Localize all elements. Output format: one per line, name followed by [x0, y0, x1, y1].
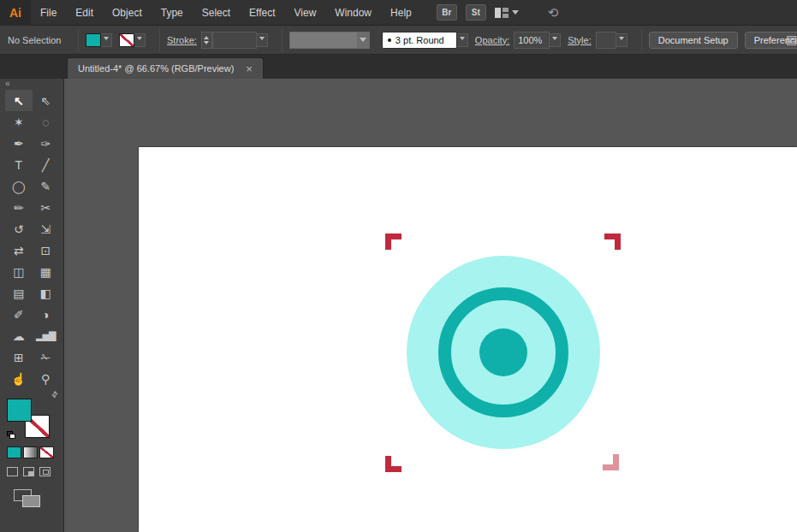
brush-dropdown-button[interactable]	[457, 33, 468, 47]
color-gradient-none-row	[7, 446, 54, 458]
opacity-dropdown-button[interactable]	[550, 33, 561, 47]
fill-dropdown-button[interactable]	[101, 33, 112, 47]
tool-scale[interactable]: ⇲	[33, 218, 60, 239]
tool-pencil[interactable]: ✏	[5, 197, 33, 218]
color-button[interactable]	[7, 446, 21, 458]
tool-scissors[interactable]: ✂	[33, 197, 60, 218]
document-setup-button[interactable]: Document Setup	[649, 32, 738, 49]
tool-column-graph[interactable]: ▂▅▇	[33, 325, 60, 346]
tool-type[interactable]: T	[5, 154, 33, 175]
document-tab-strip: Untitled-4* @ 66.67% (RGB/Preview) ×	[0, 55, 797, 79]
stroke-weight-dropdown-button[interactable]	[257, 33, 268, 47]
artboard[interactable]	[139, 147, 797, 532]
tool-pen[interactable]: ✒	[5, 133, 33, 154]
tool-perspective-grid[interactable]: ▦	[33, 261, 60, 282]
app-logo: Ai	[0, 0, 31, 26]
width-profile-dropdown[interactable]	[289, 32, 370, 49]
divider	[641, 29, 642, 51]
tool-paintbrush[interactable]: ✎	[33, 175, 60, 197]
stroke-weight-label[interactable]: Stroke:	[167, 35, 197, 45]
crop-mark-bottom-left[interactable]	[385, 456, 401, 472]
tool-symbol-sprayer[interactable]: ☁	[5, 325, 33, 346]
screen-mode-icon-front	[22, 495, 40, 507]
menu-edit[interactable]: Edit	[66, 0, 103, 26]
tool-slice[interactable]: ✁	[33, 346, 60, 368]
panel-overflow-icon[interactable]: ▤	[786, 33, 797, 46]
crop-mark-top-left[interactable]	[385, 233, 401, 250]
stroke-color-swatch[interactable]	[119, 33, 134, 47]
tool-direct-selection[interactable]: ⇖	[33, 90, 60, 111]
tool-free-transform[interactable]: ⊡	[33, 239, 60, 261]
tool-width[interactable]: ⇄	[5, 239, 33, 261]
draw-behind-button[interactable]	[23, 467, 34, 476]
swap-fill-stroke-icon[interactable]: ⇄	[50, 389, 60, 399]
stroke-dropdown-button[interactable]	[134, 33, 146, 47]
stroke-weight-combo[interactable]	[212, 32, 257, 49]
tool-mesh[interactable]: ▤	[5, 282, 33, 304]
tool-lasso[interactable]: ◌	[33, 111, 60, 133]
style-combo[interactable]	[596, 32, 616, 49]
opacity-value-field[interactable]: 100%	[514, 32, 550, 49]
brush-definition-dropdown[interactable]: 3 pt. Round	[382, 32, 457, 49]
tool-rotate[interactable]: ↺	[5, 218, 33, 239]
width-profile-arrow[interactable]	[357, 33, 369, 48]
menu-object[interactable]: Object	[103, 0, 152, 26]
menu-type[interactable]: Type	[152, 0, 193, 26]
tool-curvature[interactable]: ✑	[33, 133, 60, 154]
gradient-button[interactable]	[23, 446, 38, 458]
draw-inside-button[interactable]	[39, 467, 51, 476]
stepper-down-icon[interactable]	[204, 41, 209, 47]
tool-selection[interactable]: ↖	[5, 90, 33, 111]
divider	[159, 29, 160, 51]
illustrator-window: Ai File Edit Object Type Select Effect V…	[0, 0, 797, 532]
document-tab[interactable]: Untitled-4* @ 66.67% (RGB/Preview) ×	[67, 57, 264, 79]
fill-stroke-cluster: ⇄	[7, 393, 60, 443]
draw-normal-button[interactable]	[7, 467, 18, 476]
tool-line-segment[interactable]: ╱	[33, 154, 60, 175]
screen-mode-button[interactable]	[14, 489, 45, 510]
menu-window[interactable]: Window	[325, 0, 381, 26]
menu-bar: Ai File Edit Object Type Select Effect V…	[0, 0, 797, 26]
menu-effect[interactable]: Effect	[240, 0, 284, 26]
tool-shape-builder[interactable]: ◫	[5, 261, 33, 282]
menu-select[interactable]: Select	[193, 0, 240, 26]
none-button[interactable]	[39, 446, 54, 458]
cs-live-icon[interactable]: ⟲	[548, 5, 559, 21]
bridge-button[interactable]: Br	[437, 4, 457, 21]
stepper-up-icon[interactable]	[204, 33, 209, 39]
style-dropdown-button[interactable]	[616, 33, 627, 47]
tool-ellipse[interactable]: ◯	[5, 175, 33, 197]
brush-preview-icon	[388, 38, 391, 42]
crop-mark-top-right[interactable]	[604, 233, 621, 250]
tool-magic-wand[interactable]: ✶	[5, 111, 33, 133]
selection-status: No Selection	[8, 35, 71, 45]
tool-eyedropper[interactable]: ✐	[5, 304, 33, 325]
tab-close-button[interactable]: ×	[246, 63, 253, 74]
fill-color-swatch[interactable]	[86, 33, 101, 47]
chevron-down-icon	[512, 10, 519, 18]
divider	[282, 29, 283, 51]
workspace-icon	[495, 8, 509, 18]
panel-collapse-icon[interactable]: «	[5, 79, 10, 88]
tool-hand[interactable]: ☝	[5, 368, 33, 389]
tool-artboard[interactable]: ⊞	[5, 346, 33, 368]
menu-file[interactable]: File	[31, 0, 66, 26]
center-dot-shape[interactable]	[479, 328, 527, 376]
menu-help[interactable]: Help	[381, 0, 421, 26]
tools-panel: « ↖ ⇖ ✶ ◌ ✒ ✑ T ╱ ◯ ✎ ✏ ✂ ↺ ⇲ ⇄ ⊡ ◫ ▦ ▤ …	[0, 79, 64, 532]
default-fill-stroke-icon[interactable]	[7, 431, 17, 440]
drawing-modes-row	[7, 467, 51, 476]
tool-gradient[interactable]: ◧	[33, 282, 60, 304]
fill-proxy-swatch[interactable]	[7, 399, 32, 422]
style-label[interactable]: Style:	[568, 35, 592, 45]
menu-view[interactable]: View	[285, 0, 326, 26]
tools-grid: ↖ ⇖ ✶ ◌ ✒ ✑ T ╱ ◯ ✎ ✏ ✂ ↺ ⇲ ⇄ ⊡ ◫ ▦ ▤ ◧ …	[5, 90, 59, 389]
tool-zoom[interactable]: ⚲	[33, 368, 60, 389]
stock-button[interactable]: St	[466, 4, 486, 21]
crop-mark-bottom-right[interactable]	[603, 454, 619, 470]
canvas[interactable]	[64, 79, 797, 532]
stroke-weight-stepper[interactable]	[201, 32, 212, 49]
workspace-switcher[interactable]	[495, 7, 519, 18]
opacity-label[interactable]: Opacity:	[475, 35, 509, 45]
tool-blend[interactable]: ◑	[33, 304, 60, 325]
